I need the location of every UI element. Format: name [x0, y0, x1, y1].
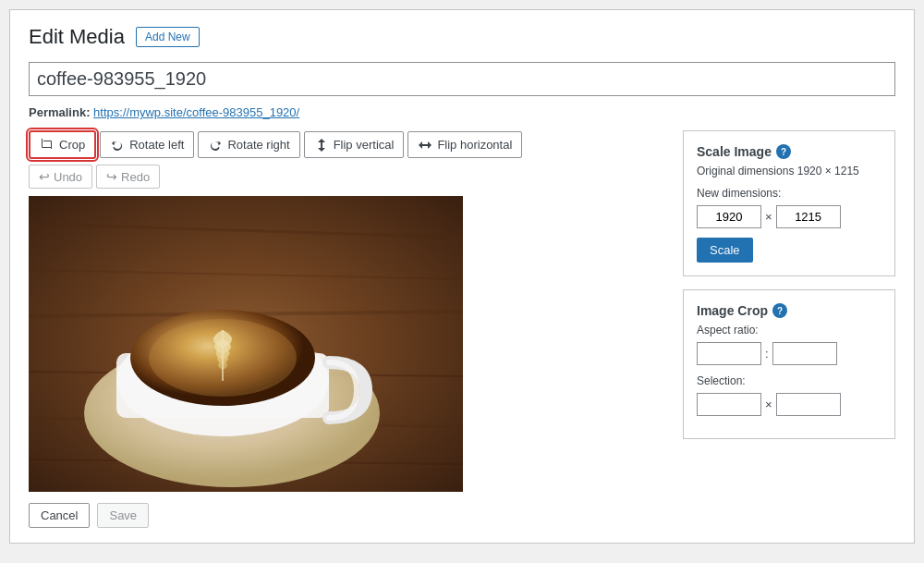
undo-icon: ↩	[39, 169, 50, 184]
redo-label: Redo	[121, 170, 150, 184]
new-dims-label: New dimensions:	[697, 187, 881, 200]
crop-icon	[40, 137, 55, 153]
permalink-link[interactable]: https://mywp.site/coffee-983955_1920/	[93, 105, 299, 119]
flip-horizontal-label: Flip horizontal	[437, 138, 512, 152]
left-panel: Crop Rotate left	[29, 130, 668, 528]
permalink-row: Permalink: https://mywp.site/coffee-9839…	[29, 105, 895, 119]
selection-width-input[interactable]	[697, 393, 761, 416]
undo-redo-row: ↩ Undo ↪ Redo	[29, 165, 668, 189]
scale-button[interactable]: Scale	[697, 238, 753, 263]
flip-vertical-label: Flip vertical	[334, 138, 395, 152]
rotate-right-button[interactable]: Rotate right	[198, 131, 299, 158]
image-crop-title: Image Crop ?	[697, 303, 881, 318]
page-title: Edit Media	[29, 25, 125, 49]
rotate-left-button[interactable]: Rotate left	[100, 131, 194, 158]
main-container: Edit Media Add New Permalink: https://my…	[9, 9, 915, 544]
selection-label: Selection:	[697, 374, 881, 387]
add-new-button[interactable]: Add New	[136, 27, 200, 47]
crop-label: Crop	[59, 138, 85, 152]
scale-image-title: Scale Image ?	[697, 144, 881, 159]
selection-inputs: ×	[697, 393, 881, 416]
filename-input[interactable]	[29, 62, 895, 96]
rotate-left-label: Rotate left	[129, 138, 184, 152]
bottom-actions: Cancel Save	[29, 503, 668, 528]
content-area: Crop Rotate left	[29, 130, 895, 528]
rotate-right-icon	[208, 137, 223, 153]
dimensions-inputs: ×	[697, 205, 881, 228]
flip-horizontal-icon	[418, 137, 432, 153]
original-dimensions: Original dimensions 1920 × 1215	[697, 165, 881, 177]
aspect-width-input[interactable]	[697, 342, 761, 365]
selection-x-sep: ×	[765, 398, 772, 411]
permalink-label: Permalink:	[29, 105, 90, 119]
crop-button[interactable]: Crop	[29, 130, 96, 159]
ratio-colon: :	[765, 347, 769, 361]
image-preview	[29, 196, 463, 492]
flip-horizontal-button[interactable]: Flip horizontal	[407, 131, 522, 158]
dims-separator: ×	[765, 210, 772, 224]
aspect-ratio-inputs: :	[697, 342, 881, 365]
redo-icon: ↪	[106, 169, 117, 184]
scale-help-icon[interactable]: ?	[776, 144, 791, 159]
undo-label: Undo	[54, 170, 82, 184]
page-wrapper: Edit Media Add New Permalink: https://my…	[0, 0, 924, 563]
coffee-image-svg	[29, 196, 463, 492]
flip-vertical-button[interactable]: Flip vertical	[304, 131, 405, 158]
toolbar-row: Crop Rotate left	[29, 130, 668, 159]
height-input[interactable]	[776, 205, 841, 228]
redo-button[interactable]: ↪ Redo	[96, 165, 160, 189]
selection-height-input[interactable]	[776, 393, 841, 416]
rotate-left-icon	[110, 137, 125, 153]
page-header: Edit Media Add New	[29, 25, 895, 49]
right-panel: Scale Image ? Original dimensions 1920 ×…	[683, 130, 895, 528]
aspect-ratio-label: Aspect ratio:	[697, 324, 881, 337]
aspect-height-input[interactable]	[772, 342, 837, 365]
flip-vertical-icon	[314, 137, 329, 153]
crop-help-icon[interactable]: ?	[772, 303, 787, 318]
save-button: Save	[97, 503, 149, 528]
image-crop-section: Image Crop ? Aspect ratio: : Selection: …	[683, 289, 895, 439]
rotate-right-label: Rotate right	[227, 138, 289, 152]
width-input[interactable]	[697, 205, 761, 228]
undo-button[interactable]: ↩ Undo	[29, 165, 92, 189]
scale-image-section: Scale Image ? Original dimensions 1920 ×…	[683, 130, 895, 276]
cancel-button[interactable]: Cancel	[29, 503, 90, 528]
